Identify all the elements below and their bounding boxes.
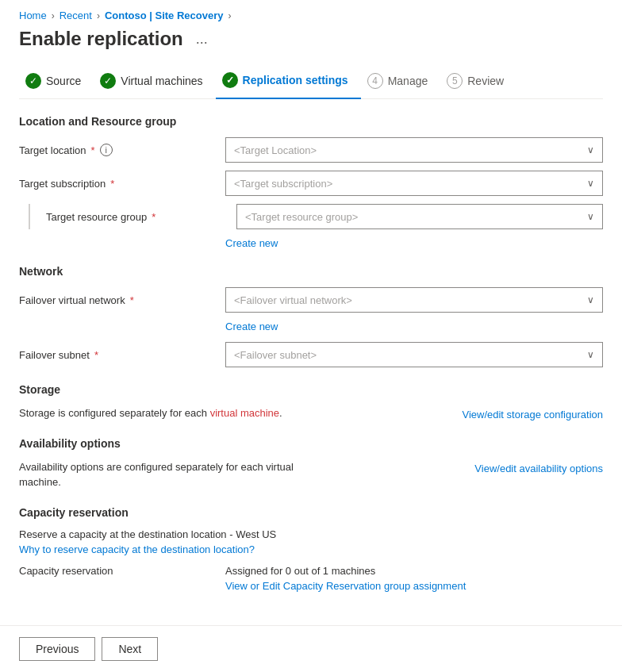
failover-vnet-value: <Failover virtual network>	[234, 294, 352, 306]
step-label-virtual-machines: Virtual machines	[121, 75, 202, 87]
dropdown-arrow-vnet: ∨	[587, 294, 594, 305]
section-network: Network Failover virtual network * <Fail…	[19, 265, 603, 367]
footer: Previous Next	[0, 625, 622, 672]
step-manage[interactable]: 4 Manage	[361, 67, 441, 98]
section-storage: Storage Storage is configured separately…	[19, 383, 603, 421]
capacity-edit-link[interactable]: View or Edit Capacity Reservation group …	[225, 580, 603, 592]
availability-row: Availability options are configured sepa…	[19, 459, 603, 490]
step-label-review: Review	[467, 75, 504, 87]
create-new-resource-group-link[interactable]: Create new	[225, 237, 603, 249]
view-edit-availability-link[interactable]: View/edit availability options	[474, 463, 603, 474]
section-capacity-reservation: Capacity reservation Reserve a capacity …	[19, 506, 603, 592]
target-subscription-row: Target subscription * <Target subscripti…	[19, 171, 603, 196]
step-check-source: ✓	[25, 73, 41, 89]
target-subscription-label: Target subscription *	[19, 178, 225, 190]
step-review[interactable]: 5 Review	[440, 67, 516, 98]
target-subscription-dropdown[interactable]: <Target subscription> ∨	[225, 171, 603, 196]
view-edit-storage-link[interactable]: View/edit storage configuration	[462, 409, 603, 420]
page-title: Enable replication	[19, 28, 183, 50]
section-title-storage: Storage	[19, 383, 603, 396]
required-star-vnet: *	[130, 294, 134, 306]
required-star-subnet: *	[94, 349, 98, 361]
target-location-label: Target location * i	[19, 144, 225, 156]
step-virtual-machines[interactable]: ✓ Virtual machines	[94, 67, 215, 98]
target-subscription-value: <Target subscription>	[234, 178, 332, 190]
failover-vnet-dropdown[interactable]: <Failover virtual network> ∨	[225, 287, 603, 313]
capacity-info: Assigned for 0 out of 1 machines View or…	[225, 565, 603, 592]
target-resource-group-row: Target resource group * <Target resource…	[29, 204, 603, 229]
section-title-network: Network	[19, 265, 603, 278]
required-star-rg: *	[152, 211, 156, 223]
target-location-row: Target location * i <Target Location> ∨	[19, 137, 603, 163]
step-check-replication-settings: ✓	[222, 72, 238, 88]
breadcrumb: Home › Recent › Contoso | Site Recovery …	[19, 10, 603, 21]
target-resource-group-value: <Target resource group>	[245, 211, 358, 223]
failover-subnet-value: <Failover subnet>	[234, 349, 317, 361]
availability-description: Availability options are configured sepa…	[19, 459, 305, 490]
section-title-location: Location and Resource group	[19, 115, 603, 128]
breadcrumb-recent[interactable]: Recent	[60, 10, 92, 21]
capacity-why-link[interactable]: Why to reserve capacity at the destinati…	[19, 543, 603, 555]
section-location-resource-group: Location and Resource group Target locat…	[19, 115, 603, 249]
dropdown-arrow-target-location: ∨	[587, 144, 594, 156]
failover-subnet-dropdown[interactable]: <Failover subnet> ∨	[225, 342, 603, 367]
failover-vnet-label: Failover virtual network *	[19, 294, 225, 306]
wizard-steps: ✓ Source ✓ Virtual machines ✓ Replicatio…	[19, 66, 603, 99]
step-number-review: 5	[447, 73, 463, 89]
breadcrumb-home[interactable]: Home	[19, 10, 47, 21]
failover-vnet-row: Failover virtual network * <Failover vir…	[19, 287, 603, 313]
target-resource-group-dropdown[interactable]: <Target resource group> ∨	[236, 204, 603, 229]
step-check-virtual-machines: ✓	[100, 73, 116, 89]
capacity-assigned: Assigned for 0 out of 1 machines	[225, 565, 603, 577]
failover-subnet-label: Failover subnet *	[19, 349, 225, 361]
info-icon-target-location[interactable]: i	[100, 144, 113, 156]
step-source[interactable]: ✓ Source	[19, 67, 94, 98]
previous-button[interactable]: Previous	[19, 637, 95, 661]
step-label-manage: Manage	[388, 75, 428, 87]
dropdown-arrow-subnet: ∨	[587, 349, 594, 360]
breadcrumb-current[interactable]: Contoso | Site Recovery	[105, 10, 224, 21]
next-button[interactable]: Next	[102, 637, 158, 661]
section-availability-options: Availability options Availability option…	[19, 437, 603, 490]
section-title-availability: Availability options	[19, 437, 603, 450]
capacity-label: Capacity reservation	[19, 565, 225, 577]
create-new-vnet-link[interactable]: Create new	[225, 321, 603, 332]
target-resource-group-label: Target resource group *	[46, 211, 236, 223]
failover-subnet-row: Failover subnet * <Failover subnet> ∨	[19, 342, 603, 367]
dropdown-arrow-target-rg: ∨	[587, 211, 594, 222]
storage-highlight: virtual machine	[210, 407, 279, 419]
dropdown-arrow-target-subscription: ∨	[587, 178, 594, 189]
storage-row: Storage is configured separately for eac…	[19, 405, 603, 421]
step-label-replication-settings: Replication settings	[243, 74, 348, 86]
target-location-value: <Target Location>	[234, 144, 317, 156]
capacity-row: Capacity reservation Assigned for 0 out …	[19, 565, 603, 592]
required-star-sub: *	[110, 178, 114, 190]
section-title-capacity: Capacity reservation	[19, 506, 603, 519]
ellipsis-button[interactable]: ...	[191, 29, 213, 49]
storage-description: Storage is configured separately for eac…	[19, 405, 282, 421]
step-number-manage: 4	[367, 73, 383, 89]
capacity-description: Reserve a capacity at the destination lo…	[19, 528, 603, 540]
step-label-source: Source	[46, 75, 81, 87]
required-star: *	[91, 144, 95, 156]
target-location-dropdown[interactable]: <Target Location> ∨	[225, 137, 603, 163]
step-replication-settings[interactable]: ✓ Replication settings	[216, 66, 361, 99]
